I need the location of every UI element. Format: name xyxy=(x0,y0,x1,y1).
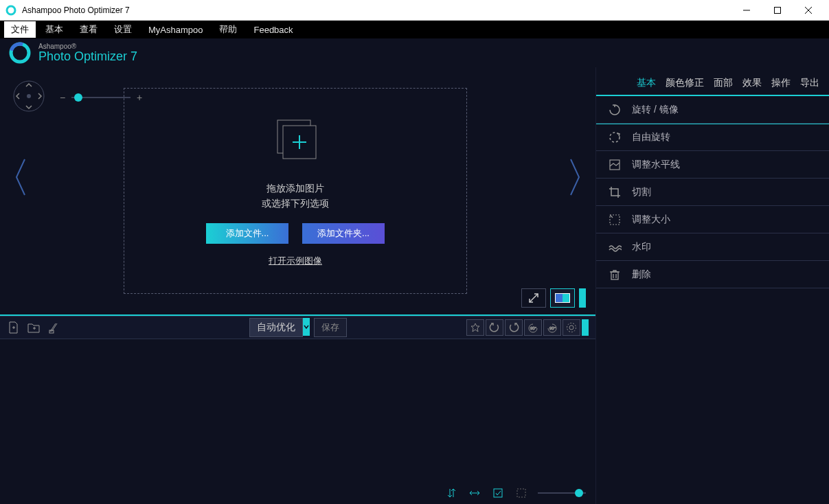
zoom-minus-icon[interactable]: − xyxy=(59,92,66,103)
viewer-area: − + xyxy=(0,67,595,316)
dropzone-line2: 或选择下列选项 xyxy=(262,196,329,211)
secondary-toolbar: 自动优化 保存 90° 90° xyxy=(0,316,595,339)
thumbnail-size-slider[interactable] xyxy=(538,492,586,494)
tool-horizon[interactable]: 调整水平线 xyxy=(596,151,829,179)
redo-icon[interactable] xyxy=(505,319,523,336)
undo-icon[interactable] xyxy=(486,319,503,336)
svg-point-0 xyxy=(7,6,15,14)
add-folder-button[interactable]: 添加文件夹... xyxy=(302,223,385,244)
menu-basic[interactable]: 基本 xyxy=(38,21,70,38)
fullscreen-button[interactable] xyxy=(521,288,546,308)
tool-crop[interactable]: 切割 xyxy=(596,179,829,206)
tab-color[interactable]: 颜色修正 xyxy=(666,77,704,91)
add-folder-icon[interactable] xyxy=(26,320,41,335)
close-button[interactable] xyxy=(793,1,824,20)
app-icon xyxy=(5,5,16,16)
titlebar: Ashampoo Photo Optimizer 7 xyxy=(0,0,829,21)
pan-control[interactable] xyxy=(12,80,45,113)
minimize-button[interactable] xyxy=(731,1,762,20)
rotate-mirror-icon xyxy=(607,102,622,117)
settings-gear-icon[interactable] xyxy=(563,319,580,336)
menu-file[interactable]: 文件 xyxy=(4,21,36,38)
trash-icon xyxy=(607,267,622,282)
save-button[interactable]: 保存 xyxy=(314,318,347,337)
filmstrip xyxy=(0,339,595,504)
window-title: Ashampoo Photo Optimizer 7 xyxy=(22,5,731,15)
tool-label: 调整大小 xyxy=(632,214,670,226)
menu-view[interactable]: 查看 xyxy=(73,21,104,38)
tab-basic[interactable]: 基本 xyxy=(637,77,656,91)
svg-point-26 xyxy=(567,323,576,332)
auto-optimize-dropdown[interactable] xyxy=(303,318,310,336)
svg-rect-31 xyxy=(517,489,525,497)
watermark-icon xyxy=(607,240,622,255)
tool-label: 水印 xyxy=(632,241,651,253)
menu-help[interactable]: 帮助 xyxy=(212,21,244,38)
tab-face[interactable]: 面部 xyxy=(714,77,733,91)
tool-delete[interactable]: 删除 xyxy=(596,261,829,288)
tab-effects[interactable]: 效果 xyxy=(742,77,762,91)
brand-logo-icon xyxy=(8,41,32,65)
rotate-left-90-icon[interactable]: 90° xyxy=(524,319,542,336)
tool-label: 调整水平线 xyxy=(632,159,680,171)
compare-view-dropdown[interactable] xyxy=(579,288,586,308)
menu-feedback[interactable]: Feedback xyxy=(247,23,299,37)
add-file-icon[interactable] xyxy=(5,320,21,335)
sort-icon[interactable] xyxy=(444,486,458,500)
maximize-button[interactable] xyxy=(762,1,793,20)
right-tabs: 基本 颜色修正 面部 效果 操作 导出 xyxy=(596,67,829,96)
svg-text:90°: 90° xyxy=(549,326,556,330)
dropzone[interactable]: 拖放添加图片 或选择下列选项 添加文件... 添加文件夹... 打开示例图像 xyxy=(124,88,467,294)
resize-icon xyxy=(607,212,622,227)
menu-myashampoo[interactable]: MyAshampoo xyxy=(141,23,209,37)
prev-image-button[interactable] xyxy=(12,150,29,205)
svg-point-25 xyxy=(569,325,574,330)
tool-label: 旋转 / 镜像 xyxy=(632,104,679,116)
horizon-icon xyxy=(607,157,622,172)
open-sample-link[interactable]: 打开示例图像 xyxy=(269,255,322,267)
svg-rect-14 xyxy=(555,293,563,303)
menu-settings[interactable]: 设置 xyxy=(107,21,139,38)
svg-rect-30 xyxy=(494,489,502,497)
compare-view-button[interactable] xyxy=(550,288,575,308)
crop-icon xyxy=(607,185,622,200)
svg-rect-21 xyxy=(49,330,54,333)
svg-line-13 xyxy=(530,294,538,302)
rotate-right-90-icon[interactable]: 90° xyxy=(543,319,561,336)
deselect-icon[interactable] xyxy=(514,486,528,500)
tool-label: 切割 xyxy=(632,186,651,198)
brand-main: Photo Optimizer 7 xyxy=(38,50,137,64)
add-image-icon xyxy=(268,115,323,170)
svg-marker-22 xyxy=(471,323,479,332)
free-rotate-icon xyxy=(607,130,622,145)
window-controls xyxy=(731,1,824,20)
svg-rect-15 xyxy=(563,293,570,303)
svg-text:90°: 90° xyxy=(530,326,537,330)
clear-list-icon[interactable] xyxy=(47,320,62,335)
tab-actions[interactable]: 操作 xyxy=(771,77,791,91)
next-image-button[interactable] xyxy=(567,150,583,205)
select-all-icon[interactable] xyxy=(491,486,505,500)
menubar: 文件 基本 查看 设置 MyAshampoo 帮助 Feedback xyxy=(0,21,829,38)
right-panel: 基本 颜色修正 面部 效果 操作 导出 旋转 / 镜像 自由旋转 调整水平线 xyxy=(595,67,829,504)
tool-label: 删除 xyxy=(632,268,651,281)
favorite-icon[interactable] xyxy=(466,319,484,336)
tool-free-rotate[interactable]: 自由旋转 xyxy=(596,124,829,151)
tool-resize[interactable]: 调整大小 xyxy=(596,206,829,233)
svg-point-8 xyxy=(27,94,31,98)
settings-dropdown[interactable] xyxy=(582,319,589,336)
tool-label: 自由旋转 xyxy=(632,131,670,144)
auto-optimize-button[interactable]: 自动优化 xyxy=(249,318,303,337)
brand-row: Ashampoo® Photo Optimizer 7 xyxy=(0,38,595,67)
dropzone-line1: 拖放添加图片 xyxy=(262,181,329,196)
tool-rotate-mirror[interactable]: 旋转 / 镜像 xyxy=(596,96,829,124)
add-files-button[interactable]: 添加文件... xyxy=(206,223,288,244)
tab-export[interactable]: 导出 xyxy=(800,77,819,91)
fit-width-icon[interactable] xyxy=(468,486,481,500)
svg-rect-2 xyxy=(774,7,780,13)
svg-rect-35 xyxy=(611,272,618,279)
svg-point-32 xyxy=(610,133,620,142)
tool-watermark[interactable]: 水印 xyxy=(596,233,829,261)
brand-top: Ashampoo® xyxy=(38,43,137,50)
